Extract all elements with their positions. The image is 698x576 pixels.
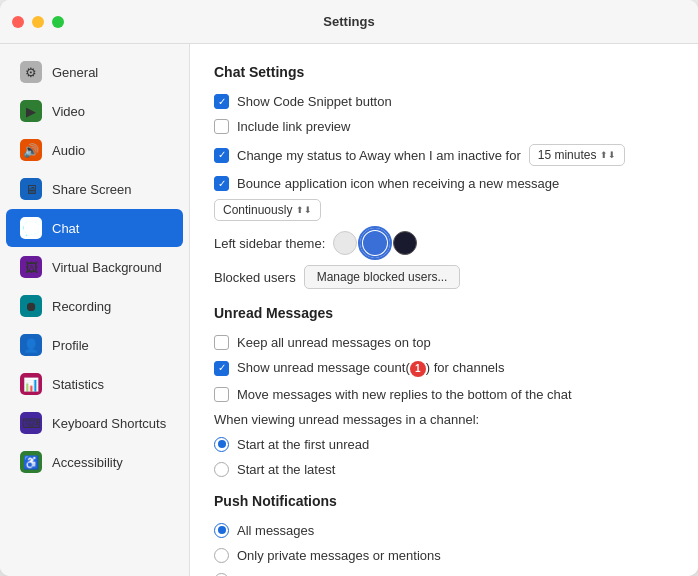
- keep-unread-top-row: Keep all unread messages on top: [214, 335, 674, 350]
- push-notifications-title: Push Notifications: [214, 493, 674, 509]
- minimize-button[interactable]: [32, 16, 44, 28]
- blocked-users-label: Blocked users: [214, 270, 296, 285]
- sidebar-icon-statistics: 📊: [20, 373, 42, 395]
- sidebar-item-general[interactable]: ⚙ General: [6, 53, 183, 91]
- sidebar-item-profile[interactable]: 👤 Profile: [6, 326, 183, 364]
- sidebar-item-recording[interactable]: ⏺ Recording: [6, 287, 183, 325]
- keep-unread-top-checkbox[interactable]: [214, 335, 229, 350]
- bounce-icon-row: Bounce application icon when receiving a…: [214, 176, 674, 221]
- main-content: Chat Settings Show Code Snippet button I…: [190, 44, 698, 576]
- sidebar-label-accessibility: Accessibility: [52, 455, 123, 470]
- sidebar-icon-video: ▶: [20, 100, 42, 122]
- all-messages-radio[interactable]: [214, 523, 229, 538]
- chat-settings-title: Chat Settings: [214, 64, 674, 80]
- bounce-dropdown-arrow: ⬆⬇: [296, 205, 312, 215]
- sidebar-label-statistics: Statistics: [52, 377, 104, 392]
- window-title: Settings: [323, 14, 374, 29]
- start-latest-radio[interactable]: [214, 462, 229, 477]
- sidebar-icon-profile: 👤: [20, 334, 42, 356]
- left-sidebar-theme-label: Left sidebar theme:: [214, 236, 325, 251]
- push-notifications-section: Push Notifications All messages Only pri…: [214, 493, 674, 577]
- content-area: ⚙ General ▶ Video 🔊 Audio 🖥 Share Screen…: [0, 44, 698, 576]
- left-sidebar-theme-row: Left sidebar theme:: [214, 231, 674, 255]
- sidebar-item-audio[interactable]: 🔊 Audio: [6, 131, 183, 169]
- show-unread-count-checkbox[interactable]: [214, 361, 229, 376]
- sidebar-item-accessibility[interactable]: ♿ Accessibility: [6, 443, 183, 481]
- close-button[interactable]: [12, 16, 24, 28]
- inactive-time-value: 15 minutes: [538, 148, 597, 162]
- bounce-icon-label: Bounce application icon when receiving a…: [237, 176, 559, 191]
- nothing-label: Nothing: [237, 573, 282, 577]
- inactive-time-dropdown-arrow: ⬆⬇: [600, 150, 616, 160]
- private-mentions-label: Only private messages or mentions: [237, 548, 441, 563]
- sidebar-item-share-screen[interactable]: 🖥 Share Screen: [6, 170, 183, 208]
- theme-dark[interactable]: [393, 231, 417, 255]
- maximize-button[interactable]: [52, 16, 64, 28]
- sidebar-item-statistics[interactable]: 📊 Statistics: [6, 365, 183, 403]
- private-mentions-row: Only private messages or mentions: [214, 548, 674, 563]
- change-status-away-row: Change my status to Away when I am inact…: [214, 144, 674, 166]
- bounce-value: Continuously: [223, 203, 292, 217]
- viewing-label: When viewing unread messages in a channe…: [214, 412, 479, 427]
- sidebar: ⚙ General ▶ Video 🔊 Audio 🖥 Share Screen…: [0, 44, 190, 576]
- all-messages-label: All messages: [237, 523, 314, 538]
- include-link-preview-label: Include link preview: [237, 119, 350, 134]
- sidebar-label-chat: Chat: [52, 221, 79, 236]
- sidebar-icon-chat: 💬: [20, 217, 42, 239]
- show-code-snippet-checkbox[interactable]: [214, 94, 229, 109]
- sidebar-icon-share-screen: 🖥: [20, 178, 42, 200]
- change-status-away-checkbox[interactable]: [214, 148, 229, 163]
- sidebar-label-recording: Recording: [52, 299, 111, 314]
- sidebar-icon-general: ⚙: [20, 61, 42, 83]
- sidebar-label-video: Video: [52, 104, 85, 119]
- settings-window: Settings ⚙ General ▶ Video 🔊 Audio 🖥 Sha…: [0, 0, 698, 576]
- bounce-icon-checkbox[interactable]: [214, 176, 229, 191]
- sidebar-item-keyboard-shortcuts[interactable]: ⌨ Keyboard Shortcuts: [6, 404, 183, 442]
- sidebar-item-chat[interactable]: 💬 Chat: [6, 209, 183, 247]
- private-mentions-radio[interactable]: [214, 548, 229, 563]
- titlebar: Settings: [0, 0, 698, 44]
- nothing-row: Nothing: [214, 573, 674, 577]
- sidebar-label-share-screen: Share Screen: [52, 182, 132, 197]
- show-code-snippet-label: Show Code Snippet button: [237, 94, 392, 109]
- sidebar-icon-virtual-background: 🖼: [20, 256, 42, 278]
- change-status-away-label: Change my status to Away when I am inact…: [237, 148, 521, 163]
- manage-blocked-users-button[interactable]: Manage blocked users...: [304, 265, 461, 289]
- sidebar-item-virtual-background[interactable]: 🖼 Virtual Background: [6, 248, 183, 286]
- theme-blue[interactable]: [363, 231, 387, 255]
- window-controls: [12, 16, 64, 28]
- sidebar-label-virtual-background: Virtual Background: [52, 260, 162, 275]
- start-first-unread-row: Start at the first unread: [214, 437, 674, 452]
- start-first-unread-radio[interactable]: [214, 437, 229, 452]
- include-link-preview-checkbox[interactable]: [214, 119, 229, 134]
- sidebar-icon-recording: ⏺: [20, 295, 42, 317]
- nothing-radio[interactable]: [214, 573, 229, 577]
- blocked-users-row: Blocked users Manage blocked users...: [214, 265, 674, 289]
- inactive-time-dropdown[interactable]: 15 minutes ⬆⬇: [529, 144, 626, 166]
- sidebar-label-general: General: [52, 65, 98, 80]
- theme-light[interactable]: [333, 231, 357, 255]
- unread-messages-section: Unread Messages Keep all unread messages…: [214, 305, 674, 477]
- show-unread-count-row: Show unread message count(1) for channel…: [214, 360, 674, 377]
- move-messages-label: Move messages with new replies to the bo…: [237, 387, 572, 402]
- theme-options: [333, 231, 417, 255]
- sidebar-label-profile: Profile: [52, 338, 89, 353]
- sidebar-icon-keyboard-shortcuts: ⌨: [20, 412, 42, 434]
- include-link-preview-row: Include link preview: [214, 119, 674, 134]
- unread-messages-title: Unread Messages: [214, 305, 674, 321]
- sidebar-icon-accessibility: ♿: [20, 451, 42, 473]
- all-messages-row: All messages: [214, 523, 674, 538]
- sidebar-item-video[interactable]: ▶ Video: [6, 92, 183, 130]
- start-first-unread-label: Start at the first unread: [237, 437, 369, 452]
- show-code-snippet-row: Show Code Snippet button: [214, 94, 674, 109]
- move-messages-row: Move messages with new replies to the bo…: [214, 387, 674, 402]
- bounce-dropdown[interactable]: Continuously ⬆⬇: [214, 199, 321, 221]
- start-latest-row: Start at the latest: [214, 462, 674, 477]
- sidebar-label-audio: Audio: [52, 143, 85, 158]
- sidebar-label-keyboard-shortcuts: Keyboard Shortcuts: [52, 416, 166, 431]
- viewing-label-row: When viewing unread messages in a channe…: [214, 412, 674, 427]
- unread-badge: 1: [410, 361, 426, 377]
- start-latest-label: Start at the latest: [237, 462, 335, 477]
- move-messages-checkbox[interactable]: [214, 387, 229, 402]
- sidebar-icon-audio: 🔊: [20, 139, 42, 161]
